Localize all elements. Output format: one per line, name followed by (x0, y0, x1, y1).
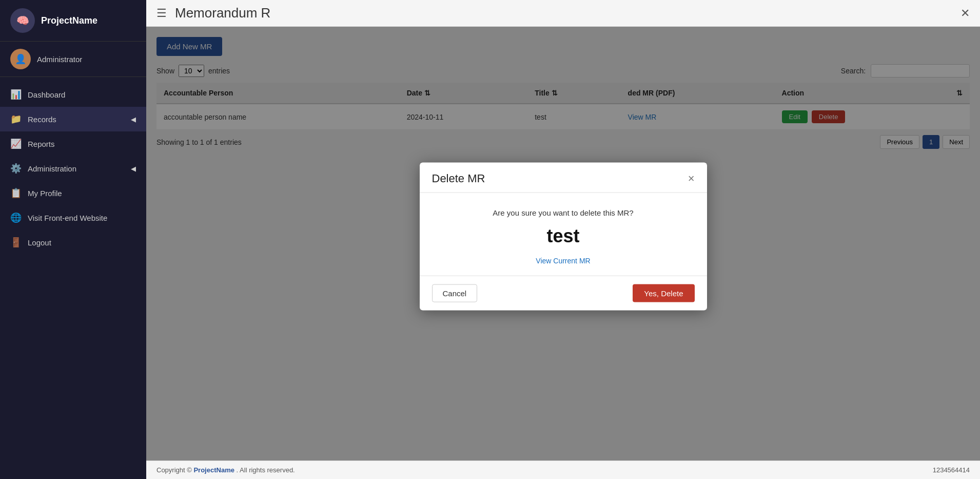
modal-close-button[interactable]: × (688, 171, 695, 185)
main-content: ☰ Memorandum R ✕ Add New MR Show 10 25 5… (146, 0, 980, 479)
sidebar-item-reports[interactable]: 📈 Reports (0, 131, 146, 156)
footer-copyright: Copyright © ProjectName . All rights res… (156, 466, 295, 474)
sidebar-header: 🧠 ProjectName (0, 0, 146, 42)
close-fullscreen-button[interactable]: ✕ (961, 7, 970, 20)
records-arrow-icon: ◀ (131, 116, 136, 123)
cancel-button[interactable]: Cancel (432, 284, 478, 302)
sidebar-logo-icon: 🧠 (10, 8, 35, 33)
sidebar-item-dashboard[interactable]: 📊 Dashboard (0, 82, 146, 107)
modal-header: Delete MR × (420, 162, 707, 193)
sidebar-avatar: 👤 (10, 49, 31, 69)
footer-version: 1234564414 (933, 466, 970, 474)
administration-icon: ⚙️ (10, 163, 22, 174)
dashboard-icon: 📊 (10, 89, 22, 100)
delete-modal: Delete MR × Are you sure you want to del… (420, 162, 707, 310)
footer-copyright-text: Copyright © (156, 466, 192, 474)
visit-frontend-icon: 🌐 (10, 212, 22, 223)
sidebar-item-administration[interactable]: ⚙️ Administration ◀ (0, 156, 146, 181)
sidebar-item-records-label: Records (28, 115, 56, 124)
sidebar-item-administration-label: Administration (28, 164, 76, 173)
sidebar-user: 👤 Administrator (0, 42, 146, 77)
main-header: ☰ Memorandum R ✕ (146, 0, 980, 27)
sidebar-item-my-profile-label: My Profile (28, 189, 62, 198)
sidebar-item-my-profile[interactable]: 📋 My Profile (0, 181, 146, 205)
sidebar-item-visit-frontend-label: Visit Front-end Website (28, 214, 107, 222)
sidebar-item-logout[interactable]: 🚪 Logout (0, 230, 146, 255)
hamburger-icon[interactable]: ☰ (156, 7, 167, 20)
modal-title: Delete MR (432, 171, 485, 185)
modal-footer: Cancel Yes, Delete (420, 275, 707, 310)
sidebar: 🧠 ProjectName 👤 Administrator 📊 Dashboar… (0, 0, 146, 479)
sidebar-item-records[interactable]: 📁 Records ◀ (0, 107, 146, 131)
sidebar-item-logout-label: Logout (28, 238, 51, 247)
modal-item-name: test (432, 225, 695, 246)
modal-question-text: Are you sure you want to delete this MR? (432, 208, 695, 217)
reports-icon: 📈 (10, 138, 22, 149)
records-icon: 📁 (10, 113, 22, 125)
view-current-mr-link[interactable]: View Current MR (536, 256, 590, 264)
yes-delete-button[interactable]: Yes, Delete (633, 284, 694, 302)
sidebar-item-reports-label: Reports (28, 140, 55, 148)
administration-arrow-icon: ◀ (131, 165, 136, 173)
sidebar-item-visit-frontend[interactable]: 🌐 Visit Front-end Website (0, 205, 146, 230)
sidebar-item-dashboard-label: Dashboard (28, 90, 65, 99)
my-profile-icon: 📋 (10, 187, 22, 199)
main-footer: Copyright © ProjectName . All rights res… (146, 461, 980, 479)
modal-body: Are you sure you want to delete this MR?… (420, 193, 707, 275)
sidebar-username: Administrator (37, 55, 82, 64)
sidebar-nav: 📊 Dashboard 📁 Records ◀ 📈 Reports ⚙️ Adm… (0, 77, 146, 479)
sidebar-project-name: ProjectName (41, 15, 97, 26)
footer-project-link[interactable]: ProjectName (193, 466, 234, 474)
main-body: Add New MR Show 10 25 50 entries Search:… (146, 27, 980, 461)
page-title: Memorandum R (175, 5, 270, 21)
footer-rights-text: . All rights reserved. (237, 466, 295, 474)
logout-icon: 🚪 (10, 237, 22, 248)
